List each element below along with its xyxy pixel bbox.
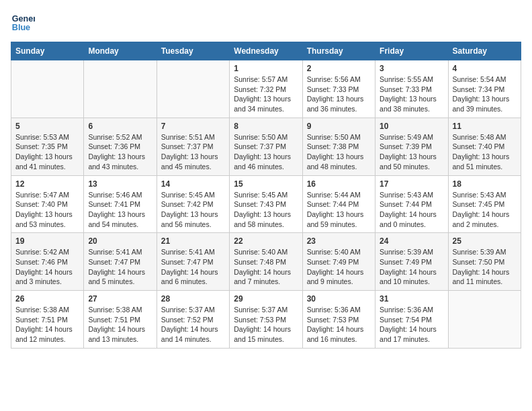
day-info: Sunrise: 5:44 AM Sunset: 7:44 PM Dayligh… [307,190,371,230]
day-info: Sunrise: 5:37 AM Sunset: 7:52 PM Dayligh… [161,305,225,345]
calendar-cell: 25Sunrise: 5:39 AM Sunset: 7:50 PM Dayli… [448,233,521,291]
day-number: 4 [453,64,517,73]
day-info: Sunrise: 5:48 AM Sunset: 7:40 PM Dayligh… [453,132,517,172]
day-info: Sunrise: 5:41 AM Sunset: 7:47 PM Dayligh… [88,247,152,287]
day-number: 25 [453,236,517,246]
day-number: 12 [15,179,79,189]
day-number: 22 [234,236,298,246]
calendar-cell: 28Sunrise: 5:37 AM Sunset: 7:52 PM Dayli… [157,291,229,349]
svg-text:Blue: Blue [12,23,30,32]
calendar-cell: 1Sunrise: 5:57 AM Sunset: 7:32 PM Daylig… [230,60,302,118]
day-info: Sunrise: 5:57 AM Sunset: 7:32 PM Dayligh… [234,75,298,114]
day-number: 27 [88,294,152,304]
calendar-cell: 8Sunrise: 5:50 AM Sunset: 7:37 PM Daylig… [230,118,302,175]
day-number: 10 [380,122,443,131]
day-info: Sunrise: 5:38 AM Sunset: 7:51 PM Dayligh… [88,305,152,345]
day-info: Sunrise: 5:36 AM Sunset: 7:53 PM Dayligh… [307,305,371,345]
header-thursday: Thursday [302,42,375,60]
day-info: Sunrise: 5:36 AM Sunset: 7:54 PM Dayligh… [380,305,443,345]
day-number: 2 [307,64,371,73]
page-header: General Blue [11,11,521,35]
calendar-cell: 12Sunrise: 5:47 AM Sunset: 7:40 PM Dayli… [11,175,84,233]
calendar-cell: 14Sunrise: 5:45 AM Sunset: 7:42 PM Dayli… [157,175,229,233]
calendar-cell: 11Sunrise: 5:48 AM Sunset: 7:40 PM Dayli… [448,118,521,175]
calendar-cell [448,291,521,349]
day-info: Sunrise: 5:39 AM Sunset: 7:50 PM Dayligh… [453,247,517,287]
day-info: Sunrise: 5:53 AM Sunset: 7:35 PM Dayligh… [15,132,79,172]
header-saturday: Saturday [448,42,521,60]
day-info: Sunrise: 5:49 AM Sunset: 7:39 PM Dayligh… [380,132,443,172]
header-tuesday: Tuesday [157,42,229,60]
day-number: 13 [88,179,152,189]
day-info: Sunrise: 5:40 AM Sunset: 7:48 PM Dayligh… [234,247,298,287]
calendar-cell: 10Sunrise: 5:49 AM Sunset: 7:39 PM Dayli… [375,118,448,175]
calendar-cell: 7Sunrise: 5:51 AM Sunset: 7:37 PM Daylig… [157,118,229,175]
calendar-week-5: 26Sunrise: 5:38 AM Sunset: 7:51 PM Dayli… [11,291,521,349]
calendar-week-4: 19Sunrise: 5:42 AM Sunset: 7:46 PM Dayli… [11,233,521,291]
header-monday: Monday [84,42,157,60]
header-friday: Friday [375,42,448,60]
day-info: Sunrise: 5:43 AM Sunset: 7:45 PM Dayligh… [453,190,517,230]
day-info: Sunrise: 5:38 AM Sunset: 7:51 PM Dayligh… [15,305,79,345]
day-number: 20 [88,236,152,246]
day-info: Sunrise: 5:42 AM Sunset: 7:46 PM Dayligh… [15,247,79,287]
day-info: Sunrise: 5:55 AM Sunset: 7:33 PM Dayligh… [380,75,443,114]
logo-icon: General Blue [11,11,35,35]
logo: General Blue [11,11,38,35]
day-number: 14 [161,179,225,189]
day-number: 11 [453,122,517,131]
calendar-cell: 23Sunrise: 5:40 AM Sunset: 7:49 PM Dayli… [302,233,375,291]
day-info: Sunrise: 5:56 AM Sunset: 7:33 PM Dayligh… [307,75,371,114]
day-number: 7 [161,122,225,131]
calendar-cell [11,60,84,118]
calendar-cell: 16Sunrise: 5:44 AM Sunset: 7:44 PM Dayli… [302,175,375,233]
day-info: Sunrise: 5:43 AM Sunset: 7:44 PM Dayligh… [380,190,443,230]
calendar-cell: 18Sunrise: 5:43 AM Sunset: 7:45 PM Dayli… [448,175,521,233]
day-info: Sunrise: 5:50 AM Sunset: 7:38 PM Dayligh… [307,132,371,172]
day-number: 9 [307,122,371,131]
day-info: Sunrise: 5:52 AM Sunset: 7:36 PM Dayligh… [88,132,152,172]
calendar-cell: 5Sunrise: 5:53 AM Sunset: 7:35 PM Daylig… [11,118,84,175]
calendar-cell: 4Sunrise: 5:54 AM Sunset: 7:34 PM Daylig… [448,60,521,118]
day-number: 8 [234,122,298,131]
calendar-cell: 22Sunrise: 5:40 AM Sunset: 7:48 PM Dayli… [230,233,302,291]
calendar-cell: 3Sunrise: 5:55 AM Sunset: 7:33 PM Daylig… [375,60,448,118]
calendar-cell: 6Sunrise: 5:52 AM Sunset: 7:36 PM Daylig… [84,118,157,175]
calendar-cell: 31Sunrise: 5:36 AM Sunset: 7:54 PM Dayli… [375,291,448,349]
day-number: 28 [161,294,225,304]
calendar-cell: 2Sunrise: 5:56 AM Sunset: 7:33 PM Daylig… [302,60,375,118]
day-info: Sunrise: 5:51 AM Sunset: 7:37 PM Dayligh… [161,132,225,172]
calendar-cell: 19Sunrise: 5:42 AM Sunset: 7:46 PM Dayli… [11,233,84,291]
calendar-cell [84,60,157,118]
day-info: Sunrise: 5:46 AM Sunset: 7:41 PM Dayligh… [88,190,152,230]
day-number: 26 [15,294,79,304]
calendar-cell: 15Sunrise: 5:45 AM Sunset: 7:43 PM Dayli… [230,175,302,233]
calendar-cell [157,60,229,118]
day-number: 1 [234,64,298,73]
day-number: 17 [380,179,443,189]
day-number: 18 [453,179,517,189]
day-info: Sunrise: 5:45 AM Sunset: 7:43 PM Dayligh… [234,190,298,230]
calendar-cell: 24Sunrise: 5:39 AM Sunset: 7:49 PM Dayli… [375,233,448,291]
calendar-cell: 9Sunrise: 5:50 AM Sunset: 7:38 PM Daylig… [302,118,375,175]
calendar-week-1: 1Sunrise: 5:57 AM Sunset: 7:32 PM Daylig… [11,60,521,118]
day-info: Sunrise: 5:39 AM Sunset: 7:49 PM Dayligh… [380,247,443,287]
day-number: 31 [380,294,443,304]
calendar-week-3: 12Sunrise: 5:47 AM Sunset: 7:40 PM Dayli… [11,175,521,233]
day-number: 30 [307,294,371,304]
header-sunday: Sunday [11,42,84,60]
day-info: Sunrise: 5:47 AM Sunset: 7:40 PM Dayligh… [15,190,79,230]
day-number: 23 [307,236,371,246]
calendar-cell: 20Sunrise: 5:41 AM Sunset: 7:47 PM Dayli… [84,233,157,291]
day-number: 16 [307,179,371,189]
day-number: 21 [161,236,225,246]
day-number: 5 [15,122,79,131]
calendar-cell: 13Sunrise: 5:46 AM Sunset: 7:41 PM Dayli… [84,175,157,233]
day-number: 19 [15,236,79,246]
day-number: 3 [380,64,443,73]
day-info: Sunrise: 5:40 AM Sunset: 7:49 PM Dayligh… [307,247,371,287]
calendar-header-row: SundayMondayTuesdayWednesdayThursdayFrid… [11,42,521,60]
calendar-cell: 30Sunrise: 5:36 AM Sunset: 7:53 PM Dayli… [302,291,375,349]
day-info: Sunrise: 5:45 AM Sunset: 7:42 PM Dayligh… [161,190,225,230]
calendar-cell: 29Sunrise: 5:37 AM Sunset: 7:53 PM Dayli… [230,291,302,349]
